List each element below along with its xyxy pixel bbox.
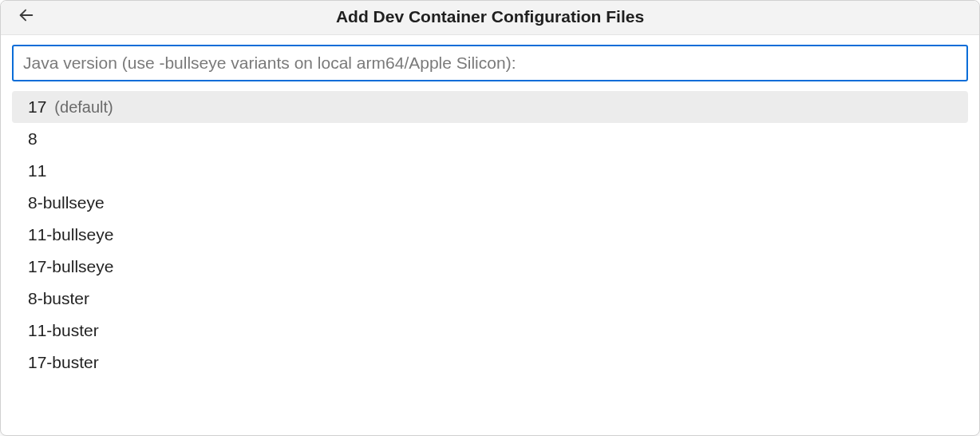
option-label: 8 [28, 129, 38, 149]
list-item[interactable]: 8-buster [12, 283, 968, 315]
option-label: 8-buster [28, 289, 89, 308]
option-hint: (default) [54, 98, 113, 117]
search-input[interactable] [12, 45, 968, 81]
option-label: 17-bullseye [28, 257, 113, 276]
list-item[interactable]: 17-bullseye [12, 251, 968, 283]
option-label: 11-buster [28, 321, 99, 340]
list-item[interactable]: 8 [12, 123, 968, 155]
option-label: 17-buster [28, 353, 99, 372]
quick-pick-dialog: Add Dev Container Configuration Files 17… [0, 0, 980, 436]
dialog-body: 17(default)8118-bullseye11-bullseye17-bu… [1, 35, 979, 435]
list-item[interactable]: 17-buster [12, 347, 968, 379]
dialog-header: Add Dev Container Configuration Files [1, 1, 979, 35]
options-list: 17(default)8118-bullseye11-bullseye17-bu… [12, 91, 968, 435]
option-label: 8-bullseye [28, 193, 105, 212]
list-item[interactable]: 11-buster [12, 315, 968, 347]
list-item[interactable]: 11 [12, 155, 968, 187]
list-item[interactable]: 8-bullseye [12, 187, 968, 219]
option-label: 11-bullseye [28, 225, 113, 244]
list-item[interactable]: 17(default) [12, 91, 968, 123]
back-button[interactable] [15, 6, 38, 28]
list-item[interactable]: 11-bullseye [12, 219, 968, 251]
arrow-left-icon [18, 6, 35, 27]
dialog-title: Add Dev Container Configuration Files [12, 7, 968, 26]
option-label: 17 [28, 97, 46, 117]
option-label: 11 [28, 161, 46, 180]
